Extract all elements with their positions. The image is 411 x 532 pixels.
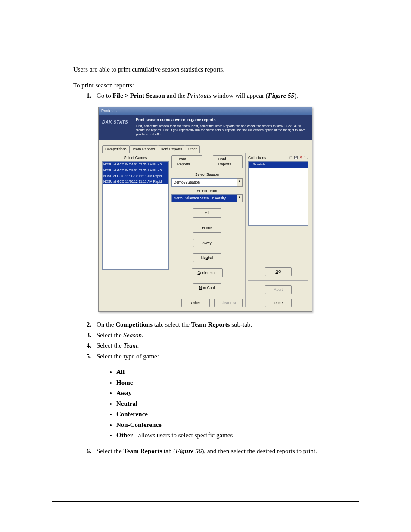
list-item[interactable]: NDSU at GCC 04/09/01 07:25 PM Box 0 xyxy=(103,168,168,173)
games-listbox[interactable]: NDSU at GCC 04/04/01 07:25 PM Box 0 NDSU… xyxy=(102,161,169,270)
team-dropdown[interactable]: North Delaware State University ▾ xyxy=(171,194,243,202)
home-button[interactable]: Home xyxy=(193,224,221,233)
tab-other[interactable]: Other xyxy=(185,145,200,153)
select-games-label: Select Games xyxy=(102,155,169,162)
abort-button[interactable]: Abort xyxy=(265,285,292,294)
tab-competitions[interactable]: Competitions xyxy=(102,145,130,153)
window-titlebar: Printouts xyxy=(99,107,312,115)
nonconf-button[interactable]: Non-Conf xyxy=(193,283,221,292)
dakstats-logo: DAK STATS xyxy=(102,117,136,125)
step-6: 6. Select the Team Reports tab (Figure 5… xyxy=(73,446,342,456)
tab-team-reports[interactable]: Team Reports xyxy=(129,145,158,153)
collections-listbox[interactable]: -- Scratch -- xyxy=(248,161,308,226)
new-icon[interactable]: ▢ xyxy=(289,155,293,160)
other-button[interactable]: Other xyxy=(181,299,210,308)
step-4: 4. Select the Team. xyxy=(73,341,342,351)
go-button[interactable]: GO xyxy=(265,267,292,276)
tab-conf-reports[interactable]: Conf Reports xyxy=(158,145,185,153)
header-title: Print season cumulative or in-game repor… xyxy=(136,117,308,123)
conference-button[interactable]: Conference xyxy=(192,268,223,277)
clear-list-button[interactable]: Clear List xyxy=(214,299,243,308)
step-2: 2. On the Competitions tab, select the T… xyxy=(73,320,342,330)
collections-label: Collections xyxy=(248,155,266,161)
select-season-label: Select Season xyxy=(171,172,243,177)
subtab-team-reports[interactable]: Team Reports xyxy=(171,155,202,169)
page-footer-rule xyxy=(52,501,359,502)
move-down-icon[interactable]: ↓ xyxy=(307,155,308,160)
lead-in: To print season reports: xyxy=(73,81,342,90)
neutral-button[interactable]: Neutral xyxy=(193,253,221,262)
list-item[interactable]: NDSU at GCC 11/30/12 11:11 AM Rapid xyxy=(103,179,168,184)
intro-paragraph: Users are able to print cumulative seaso… xyxy=(73,65,342,75)
window-header: DAK STATS Print season cumulative or in-… xyxy=(99,115,312,140)
main-tabbar: Competitions Team Reports Conf Reports O… xyxy=(99,140,312,153)
chevron-down-icon[interactable]: ▾ xyxy=(237,194,243,202)
save-icon[interactable]: 💾 xyxy=(294,155,298,160)
step-1: 1. Go to File > Print Season and the Pri… xyxy=(73,91,342,101)
all-button[interactable]: All xyxy=(193,208,221,218)
header-description: First, select the season then the team. … xyxy=(136,124,308,137)
subtab-conf-reports[interactable]: Conf Reports xyxy=(213,155,243,169)
step-5: 5. Select the type of game: xyxy=(73,352,342,361)
select-team-label: Select Team xyxy=(171,188,243,194)
season-dropdown[interactable]: Demo99Season ▾ xyxy=(171,178,243,187)
delete-icon[interactable]: ✕ xyxy=(299,155,302,160)
away-button[interactable]: Away xyxy=(193,239,221,248)
list-item[interactable]: NDSU at GCC 11/30/12 11:11 AM Rapid xyxy=(103,173,168,179)
step-3: 3. Select the Season. xyxy=(73,330,342,340)
game-type-bullets: All Home Away Neutral Conference Non-Con… xyxy=(116,367,342,440)
list-item[interactable]: -- Scratch -- xyxy=(249,162,308,168)
done-button[interactable]: Done xyxy=(265,299,292,308)
printouts-window: Printouts DAK STATS Print season cumulat… xyxy=(98,107,312,312)
move-up-icon[interactable]: ↑ xyxy=(304,155,305,160)
chevron-down-icon[interactable]: ▾ xyxy=(237,178,243,187)
list-item[interactable]: NDSU at GCC 04/04/01 07:25 PM Box 0 xyxy=(103,162,168,167)
